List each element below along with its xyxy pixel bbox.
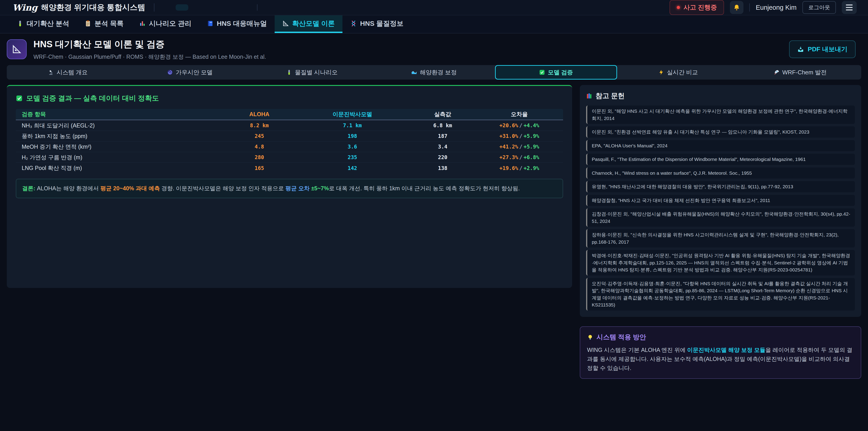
sub-nav-tab[interactable]: HNS 물질정보 [342, 16, 411, 33]
section-tab[interactable]: 시스템 개요 [7, 65, 129, 80]
logout-button[interactable]: 로그아웃 [802, 1, 836, 14]
page-title-block: HNS 대기확산 모델 이론 및 검증 WRF-Chem · Gaussian … [33, 38, 266, 61]
references-list: 이문진 외, "해양 HNS 사고 시 대기확산 예측을 위한 가우시안 모델의… [586, 105, 855, 311]
status-dot-icon [677, 6, 680, 9]
reference-item: EPA, "ALOHA User's Manual", 2024 [586, 140, 855, 151]
reference-item: Pasquill, F., "The Estimation of the Dis… [586, 154, 855, 165]
hamburger-menu-button[interactable] [842, 1, 857, 14]
reference-item: Charnock, H., "Wind stress on a water su… [586, 167, 855, 179]
table-row: MeOH 증기 확산 면적 (km²) 4.8 3.6 3.4 +41.2%/+… [16, 142, 563, 152]
references-panel: 참고 문헌 이문진 외, "해양 HNS 사고 시 대기확산 예측을 위한 가우… [580, 85, 861, 317]
page-header: HNS 대기확산 모델 이론 및 검증 WRF-Chem · Gaussian … [0, 33, 868, 64]
top-nav-item[interactable] [163, 4, 176, 11]
section-tab[interactable]: 가우시안 모델 [129, 65, 251, 80]
page-title: HNS 대기확산 모델 이론 및 검증 [33, 38, 266, 51]
section-tab[interactable]: 실시간 비교 [617, 65, 739, 80]
top-nav-item[interactable] [188, 4, 201, 11]
table-row: 풍하 1km 지점 농도 (ppm) 245 198 187 +31.0%/+5… [16, 131, 563, 142]
test-tube-icon [17, 20, 24, 27]
rocket-icon [774, 69, 780, 75]
conclusion-note: 결론: ALOHA는 해양 환경에서 평균 20~40% 과대 예측 경향. 이… [16, 179, 563, 198]
top-nav-item[interactable] [239, 4, 252, 11]
validation-table-body: NH₃ 최대 도달거리 (AEGL-2) 8.2 km 7.1 km 6.8 k… [16, 120, 563, 173]
check-icon [539, 69, 545, 75]
validation-table-header: 검증 항목 ALOHA 이문진박사모델 실측값 오차율 [16, 109, 563, 120]
table-row: H₂ 가연성 구름 반경 (m) 280 235 220 +27.3%/+6.8… [16, 152, 563, 163]
system-application-panel: 시스템 적용 방안 WING 시스템은 기본 ALOHA 엔진 위에 이문진박사… [580, 326, 861, 379]
bell-icon [733, 4, 740, 11]
check-icon [16, 95, 23, 102]
incident-status-badge: 사고 진행중 [670, 0, 724, 15]
top-nav-item[interactable] [201, 4, 214, 11]
brand-logo: Wing [12, 2, 37, 13]
reference-item: 해양경찰청, "HNS 사고 국가 대비 대응 체제 선진화 방안 연구용역 최… [586, 195, 855, 206]
error-rate-cell: +41.2%/+5.9% [475, 144, 563, 150]
error-rate-cell: +31.0%/+5.9% [475, 133, 563, 139]
bar-chart-icon [139, 20, 146, 27]
app-header: Wing 해양환경 위기대응 통합시스템 사고 진행중 Eunjeong Kim… [0, 0, 868, 16]
section-tab[interactable]: WRF-Chem 발전 [739, 65, 861, 80]
reference-item: 장하용·이문진 외, "신속한 의사결정을 위한 HNS 사고이력관리시스템 설… [586, 229, 855, 247]
reference-item: 박경애·이진호·박재진·김태성·이문진, "인공위성 원격탐사 기반 AI 활용… [586, 250, 855, 276]
sub-nav-tab[interactable]: 대기확산 분석 [9, 16, 77, 33]
sub-nav-tab[interactable]: 시나리오 관리 [131, 16, 199, 33]
inbox-down-icon [797, 46, 804, 53]
section-tab-bar: 시스템 개요 가우시안 모델 물질별 시나리오 해양환경 보정 모델 검증 실시… [7, 65, 861, 80]
system-application-title: 시스템 적용 방안 [587, 333, 854, 342]
error-rate-cell: +20.6%/+4.4% [475, 123, 563, 128]
top-nav-item[interactable] [257, 4, 276, 11]
reference-item: 이문진 외, "친환경 선박연료 해양 유출 시 대기확산 특성 연구 — 암모… [586, 126, 855, 137]
page-icon-badge [7, 39, 27, 59]
bulb-icon [587, 334, 593, 340]
page-subtitle: WRF-Chem · Gaussian Plume/Puff · ROMS · … [33, 53, 266, 61]
brand-title: 해양환경 위기대응 통합시스템 [41, 2, 145, 13]
section-tab[interactable]: 해양환경 보정 [373, 65, 495, 80]
section-tab[interactable]: 모델 검증 [495, 65, 617, 80]
main-content: 모델 검증 결과 — 실측 데이터 대비 정확도 검증 항목 ALOHA 이문진… [7, 85, 861, 379]
incident-status-label: 사고 진행중 [684, 3, 717, 12]
sub-nav: 대기확산 분석 분석 목록 시나리오 관리 HNS 대응매뉴얼 확산모델 이론 … [0, 16, 868, 33]
sub-nav-tab[interactable]: HNS 대응매뉴얼 [199, 16, 275, 33]
right-column: 참고 문헌 이문진 외, "해양 HNS 사고 시 대기확산 예측을 위한 가우… [580, 85, 861, 379]
table-row: LNG Pool 확산 직경 (m) 165 142 138 +19.6%/+2… [16, 163, 563, 173]
section-tab[interactable]: 물질별 시나리오 [251, 65, 373, 80]
model-validation-panel: 모델 검증 결과 — 실측 데이터 대비 정확도 검증 항목 ALOHA 이문진… [7, 85, 572, 288]
user-name: Eunjeong Kim [756, 4, 797, 11]
books-icon [586, 93, 592, 99]
sub-nav-tab[interactable]: 분석 목록 [77, 16, 131, 33]
validation-table: 검증 항목 ALOHA 이문진박사모델 실측값 오차율 NH₃ 최대 도달거리 … [16, 109, 563, 173]
lightning-icon [658, 69, 664, 75]
test-tube-icon [286, 69, 292, 75]
top-nav-item[interactable] [226, 4, 239, 11]
error-rate-cell: +19.6%/+2.9% [475, 165, 563, 171]
table-row: NH₃ 최대 도달거리 (AEGL-2) 8.2 km 7.1 km 6.8 k… [16, 120, 563, 131]
cyclone-icon [167, 69, 173, 75]
clipboard-icon [85, 20, 91, 27]
notifications-button[interactable] [730, 1, 743, 14]
book-icon [207, 20, 214, 27]
divider [749, 3, 750, 11]
triangle-ruler-icon [282, 20, 289, 27]
validation-panel-title: 모델 검증 결과 — 실측 데이터 대비 정확도 [16, 94, 563, 103]
top-nav-item[interactable] [214, 4, 226, 11]
reference-item: 유영현, "HNS 재난사고에 대한 해양경찰의 대응 방안", 한국위기관리논… [586, 181, 855, 192]
header-right: 사고 진행중 Eunjeong Kim 로그아웃 [670, 0, 857, 15]
pdf-export-button[interactable]: PDF 내보내기 [789, 40, 856, 58]
error-rate-cell: +27.3%/+6.8% [475, 154, 563, 160]
microscope-icon [48, 69, 54, 75]
divider [154, 3, 154, 11]
reference-item: 이문진 외, "해양 HNS 사고 시 대기확산 예측을 위한 가우시안 모델의… [586, 105, 855, 124]
wave-icon [411, 69, 417, 75]
reference-item: 김창겸·이문진 외, "해양산업시설 배출 위험유해물질(HNS)의 해양확산 … [586, 208, 855, 227]
top-nav-item[interactable] [176, 4, 188, 11]
brand: Wing 해양환경 위기대응 통합시스템 [12, 2, 145, 13]
sub-nav-tab[interactable]: 확산모델 이론 [275, 16, 342, 33]
dna-icon [350, 20, 357, 27]
reference-item: 오진덕·김주영·이득재·김용명·최훈·이문진, "다항목 HNS 데이터의 실시… [586, 278, 855, 311]
triangle-ruler-icon [11, 44, 22, 55]
top-nav [163, 4, 276, 11]
references-title: 참고 문헌 [586, 91, 855, 100]
system-application-body: WING 시스템은 기본 ALOHA 엔진 위에 이문진박사모델 해양 보정 모… [587, 345, 854, 372]
